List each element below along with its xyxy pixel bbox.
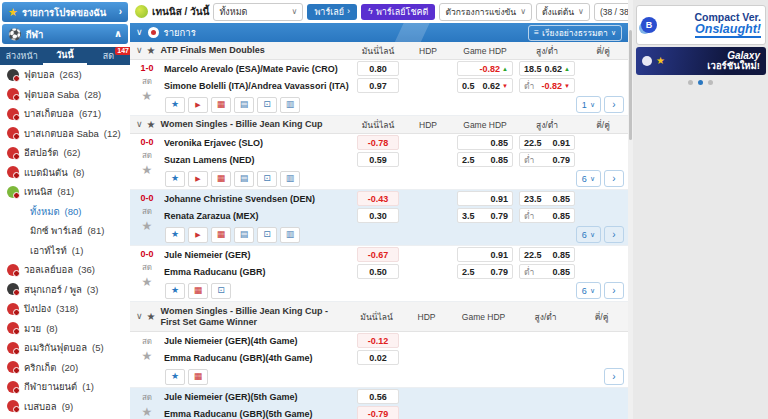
moneyline-odds[interactable]: 0.97 <box>357 78 399 93</box>
game-hdp-odds[interactable]: 0.91 <box>457 247 513 262</box>
sidebar-item-basketball-saba[interactable]: บาสเกตบอล Saba(12) <box>0 124 130 144</box>
sidebar-item-baseball[interactable]: เบสบอล(9) <box>0 397 130 417</box>
favorite-button[interactable] <box>165 171 185 187</box>
favorite-button[interactable] <box>165 227 185 243</box>
expand-match-button[interactable] <box>604 368 624 385</box>
over-under-odds[interactable]: ต่ำ-0.82 <box>519 78 575 93</box>
moneyline-odds[interactable]: 0.50 <box>357 264 399 279</box>
sidebar-item-snooker[interactable]: สนุกเกอร์ / พูล(3) <box>0 280 130 300</box>
tab-early[interactable]: ล่วงหน้า <box>0 47 43 65</box>
moneyline-odds[interactable]: 0.30 <box>357 208 399 223</box>
carousel-dot[interactable] <box>688 80 693 85</box>
stats-menu-button[interactable] <box>234 97 254 113</box>
more-bets-dropdown[interactable]: 6 <box>576 170 601 187</box>
chart-button[interactable] <box>280 227 300 243</box>
favorite-star-icon[interactable] <box>142 90 153 102</box>
bet-types-button[interactable] <box>188 369 208 385</box>
sidebar-item-football[interactable]: ฟุตบอล(263) <box>0 65 130 85</box>
favorite-star-icon[interactable] <box>142 164 153 176</box>
moneyline-odds[interactable]: -0.78 <box>357 135 399 150</box>
over-under-odds[interactable]: 22.50.91 <box>519 135 575 150</box>
bet-types-button[interactable] <box>211 171 231 187</box>
match-filter-dropdown[interactable]: ตัวกรองการแข่งขัน <box>439 3 532 21</box>
live-play-button[interactable] <box>188 227 208 243</box>
moneyline-odds[interactable]: 0.56 <box>357 389 399 404</box>
game-hdp-odds[interactable]: 2.50.79 <box>457 264 513 279</box>
expand-match-button[interactable] <box>604 282 624 299</box>
scrollbar-thumb[interactable] <box>629 30 632 140</box>
expand-match-button[interactable] <box>604 170 624 187</box>
tab-live[interactable]: สด 147 <box>87 47 130 65</box>
stats-menu-button[interactable] <box>234 227 254 243</box>
over-under-odds[interactable]: ต่ำ0.85 <box>519 264 575 279</box>
live-play-button[interactable] <box>188 97 208 113</box>
live-play-button[interactable] <box>188 171 208 187</box>
favorite-star-icon[interactable] <box>142 406 153 418</box>
tv-button[interactable] <box>257 97 277 113</box>
favorite-button[interactable] <box>165 283 185 299</box>
moneyline-odds[interactable]: -0.79 <box>357 406 399 419</box>
tv-button[interactable] <box>257 227 277 243</box>
sidebar-item-badminton[interactable]: แบดมินตัน(8) <box>0 163 130 183</box>
carousel-dot[interactable] <box>708 80 713 85</box>
chart-button[interactable] <box>280 171 300 187</box>
lucky-parlay-button[interactable]: พาร์เลย์โชคดี <box>361 4 435 20</box>
chevron-down-icon[interactable] <box>136 312 143 321</box>
game-hdp-odds[interactable]: 0.50.62 <box>457 78 513 93</box>
expand-match-button[interactable] <box>604 226 624 243</box>
game-hdp-odds[interactable]: 2.50.85 <box>457 152 513 167</box>
more-bets-dropdown[interactable]: 6 <box>576 282 601 299</box>
bet-types-button[interactable] <box>188 283 208 299</box>
game-hdp-odds[interactable]: 0.85 <box>457 135 513 150</box>
favorite-star-icon[interactable] <box>142 276 153 288</box>
sidebar-item-basketball[interactable]: บาสเก็ตบอล(671) <box>0 104 130 124</box>
chevron-down-icon[interactable] <box>136 120 143 129</box>
sidebar-item-football-saba[interactable]: ฟุตบอล Saba(28) <box>0 85 130 105</box>
banner-galaxy-version[interactable]: Galaxy เวอร์ชันใหม่! <box>636 47 766 75</box>
moneyline-odds[interactable]: 0.02 <box>357 350 399 365</box>
from-start-dropdown[interactable]: ตั้งแต่ต้น <box>536 3 590 21</box>
game-hdp-odds[interactable]: -0.82 <box>457 61 513 76</box>
bet-types-button[interactable] <box>211 97 231 113</box>
sidebar-item-tennis-all[interactable]: ทั้งหมด(80) <box>0 202 130 222</box>
tv-button[interactable] <box>211 283 231 299</box>
sort-dropdown[interactable]: เรียงอย่างธรรมดา <box>528 25 622 41</box>
sidebar-item-esports[interactable]: อีสปอร์ต(62) <box>0 143 130 163</box>
over-under-odds[interactable]: ต่ำ0.85 <box>519 208 575 223</box>
sports-header-bar[interactable]: กีฬา <box>2 24 128 44</box>
sidebar-item-boxing[interactable]: มวย(8) <box>0 319 130 339</box>
sidebar-item-table-tennis[interactable]: ปิงปอง(318) <box>0 299 130 319</box>
sidebar-item-tennis-outright[interactable]: เอาท์ไรท์(1) <box>0 241 130 261</box>
moneyline-odds[interactable]: 0.59 <box>357 152 399 167</box>
over-under-odds[interactable]: 18.50.62 <box>519 61 575 76</box>
collapse-all-icon[interactable] <box>136 28 143 37</box>
game-hdp-odds[interactable]: 0.91 <box>457 191 513 206</box>
sidebar-item-american-football[interactable]: อเมริกันฟุตบอล(5) <box>0 338 130 358</box>
banner-compact-onslaught[interactable]: B Compact Ver. Onslaught! <box>636 5 766 45</box>
league-star-icon[interactable] <box>147 120 156 130</box>
chart-button[interactable] <box>280 97 300 113</box>
league-star-icon[interactable] <box>147 46 156 56</box>
favorite-button[interactable] <box>165 97 185 113</box>
expand-match-button[interactable] <box>604 96 624 113</box>
moneyline-odds[interactable]: -0.43 <box>357 191 399 206</box>
league-count-box[interactable]: (38 / 38) ลีกส์ <box>594 3 628 21</box>
favorite-button[interactable] <box>165 369 185 385</box>
chevron-down-icon[interactable] <box>136 46 143 55</box>
carousel-dot-active[interactable] <box>698 80 703 85</box>
tab-today[interactable]: วันนี้ <box>43 47 86 65</box>
more-bets-dropdown[interactable]: 6 <box>576 226 601 243</box>
over-under-odds[interactable]: 23.50.85 <box>519 191 575 206</box>
market-filter-dropdown[interactable]: ทั้งหมด <box>213 3 303 21</box>
sidebar-item-tennis-mix-parlay[interactable]: มิกซ์ พาร์เลย์(81) <box>0 221 130 241</box>
league-star-icon[interactable] <box>147 312 156 322</box>
favorites-bar[interactable]: รายการโปรดของฉัน <box>2 2 128 22</box>
over-under-odds[interactable]: 22.50.85 <box>519 247 575 262</box>
game-hdp-odds[interactable]: 3.50.79 <box>457 208 513 223</box>
parlay-button[interactable]: พาร์เลย์ <box>307 4 357 20</box>
bet-types-button[interactable] <box>211 227 231 243</box>
over-under-odds[interactable]: ต่ำ0.79 <box>519 152 575 167</box>
sidebar-item-cricket[interactable]: คริกเก็ต(20) <box>0 358 130 378</box>
sidebar-item-tennis[interactable]: เทนนิส(81) <box>0 182 130 202</box>
favorite-star-icon[interactable] <box>142 220 153 232</box>
